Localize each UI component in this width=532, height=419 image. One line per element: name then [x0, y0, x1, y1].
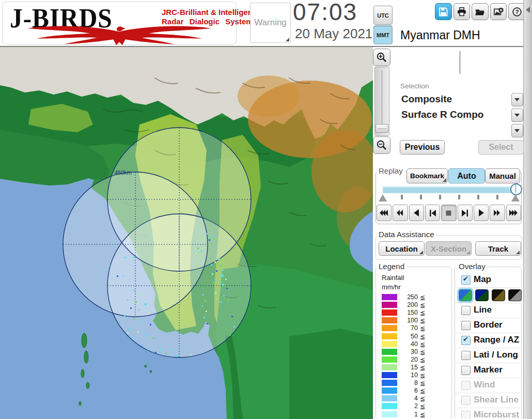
collapse-arrow-icon: [526, 7, 530, 13]
add-image-button[interactable]: [490, 3, 507, 20]
svg-text:?: ?: [515, 9, 519, 15]
step-backward-button[interactable]: [425, 205, 440, 221]
legend-lte-symbol: ≦: [420, 301, 425, 309]
range-az-label: Range / AZ: [474, 335, 519, 345]
line-checkbox[interactable]: [461, 306, 471, 315]
legend-lte-symbol: ≦: [420, 395, 425, 402]
panel-collapse-strip[interactable]: [523, 0, 532, 419]
map-style-swatch-2[interactable]: [475, 289, 489, 301]
bookmark-button[interactable]: Bookmark: [406, 168, 448, 183]
radar-map-viewport[interactable]: 450km: [0, 47, 373, 419]
dropdown-extra[interactable]: [399, 123, 523, 137]
step-forward-button[interactable]: [458, 205, 473, 221]
legend-lte-symbol: ≦: [420, 356, 425, 364]
legend-row: 70≦: [382, 324, 439, 332]
legend-color-swatch: [382, 349, 397, 355]
selection-section-label: Selection: [400, 82, 429, 90]
dropdown-arrow-icon[interactable]: [511, 124, 523, 137]
overlay-row-line: Line: [455, 303, 520, 318]
line-label: Line: [474, 305, 492, 315]
map-style-swatch-4[interactable]: [508, 289, 522, 301]
replay-progress-slider[interactable]: [383, 187, 518, 193]
dropdown-arrow-icon[interactable]: [511, 93, 523, 106]
border-label: Border: [474, 320, 503, 330]
shear-line-label: Shear Line: [474, 395, 519, 405]
overlay-row-lati-long: Lati / Long: [455, 348, 520, 363]
stop-button[interactable]: [441, 205, 456, 221]
play-forward-button[interactable]: [474, 205, 489, 221]
print-button[interactable]: [453, 3, 471, 20]
legend-color-swatch: [382, 395, 397, 401]
manual-mode-button[interactable]: Manual: [485, 168, 520, 183]
play-reverse-button[interactable]: [409, 205, 424, 221]
zoom-slider-groove: [382, 70, 382, 126]
track-button[interactable]: Track: [475, 241, 521, 256]
map-zoom-control: [373, 49, 392, 155]
legend-lte-symbol: ≦: [420, 402, 425, 410]
forward-button[interactable]: [490, 205, 505, 221]
select-button[interactable]: Select: [478, 140, 524, 154]
map-style-swatch-1[interactable]: [459, 289, 472, 301]
legend-value: 250: [396, 293, 418, 301]
replay-label: Replay: [377, 166, 405, 175]
range-az-checkbox[interactable]: [461, 336, 471, 345]
map-style-row: [455, 288, 520, 303]
slider-tick: [439, 195, 441, 199]
playback-controls: [377, 205, 521, 221]
legend-value: 20: [396, 356, 418, 363]
clock-time: 07:03: [293, 0, 357, 26]
warning-button[interactable]: Warning: [250, 3, 291, 43]
save-button[interactable]: [435, 3, 452, 20]
slider-start-marker[interactable]: [379, 194, 387, 201]
map-style-swatch-3[interactable]: [492, 289, 505, 301]
overlay-label: Overlay: [457, 262, 488, 271]
zoom-in-button[interactable]: [373, 49, 390, 66]
dropdown-product[interactable]: Surface R Compo: [399, 108, 523, 122]
rewind-fast-button[interactable]: [377, 205, 392, 221]
overlay-row-marker: Marker: [455, 363, 520, 378]
jbirds-app: J-BIRDS JRC-Brilliant & Intelligent Rada…: [0, 0, 532, 419]
toolbar: ?: [435, 3, 525, 20]
legend-value: 1: [396, 411, 418, 418]
map-label: Map: [474, 274, 491, 285]
slider-tick: [420, 195, 422, 199]
jbirds-logo: J-BIRDS JRC-Brilliant & Intelligent Rada…: [2, 2, 237, 45]
legend-title-rainfall: Rainfall: [382, 274, 404, 282]
legend-color-swatch: [382, 387, 397, 394]
legend-row: 6≦: [382, 387, 439, 394]
lati-long-label: Lati / Long: [474, 350, 518, 360]
dropdown-composite[interactable]: Composite: [399, 92, 523, 106]
legend-row: 10≦: [382, 371, 439, 379]
map-checkbox[interactable]: [461, 275, 471, 285]
legend-value: 2: [396, 402, 418, 410]
dropdown-arrow-icon[interactable]: [511, 108, 523, 122]
wind-label: Wind: [474, 380, 495, 390]
open-folder-button[interactable]: [472, 3, 489, 20]
timezone-utc-button[interactable]: UTC: [373, 6, 393, 25]
border-checkbox[interactable]: [461, 321, 471, 330]
auto-mode-button[interactable]: Auto: [448, 168, 485, 183]
x-section-button[interactable]: X-Section: [426, 241, 472, 256]
station-title: Myanmar DMH: [400, 28, 480, 42]
legend-lte-symbol: ≦: [420, 340, 425, 348]
legend-value: 100: [396, 317, 418, 324]
forward-fast-button[interactable]: [506, 205, 521, 221]
rewind-button[interactable]: [393, 205, 408, 221]
legend-row: 150≦: [382, 309, 439, 316]
timezone-mmt-button[interactable]: MMT: [373, 25, 393, 44]
lati-long-checkbox[interactable]: [461, 351, 471, 360]
map-zoom-slider[interactable]: [374, 67, 389, 136]
previous-button[interactable]: Previous: [400, 140, 445, 154]
legend-row: 250≦: [382, 293, 439, 301]
zoom-out-button[interactable]: [373, 136, 390, 154]
slider-end-marker[interactable]: [511, 194, 520, 201]
legend-row: 100≦: [382, 317, 439, 324]
location-button[interactable]: Location: [379, 241, 425, 256]
marker-checkbox[interactable]: [461, 366, 471, 375]
replay-slider-handle[interactable]: [510, 183, 522, 195]
magnifier-minus-icon: [376, 139, 387, 151]
legend-lte-symbol: ≦: [420, 364, 425, 371]
zoom-slider-thumb[interactable]: [375, 124, 388, 133]
overlay-row-range-az: Range / AZ: [455, 333, 520, 348]
overlay-row-border: Border: [455, 318, 520, 333]
